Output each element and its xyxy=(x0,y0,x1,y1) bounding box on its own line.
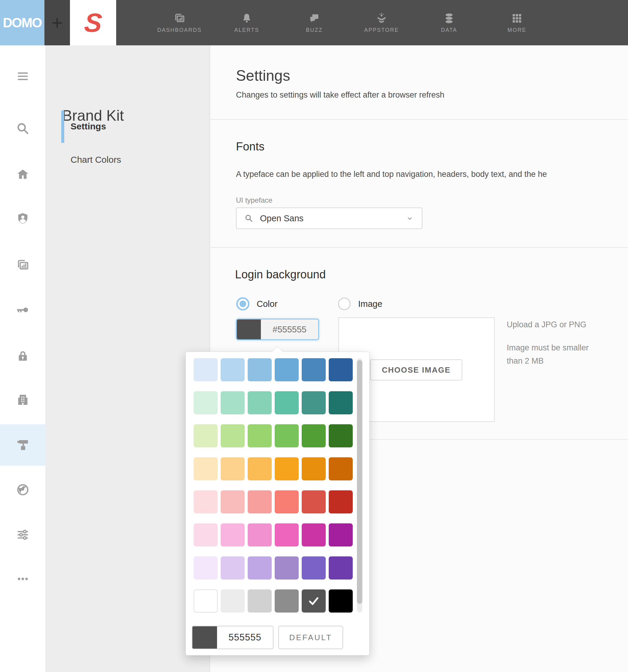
color-swatch[interactable] xyxy=(194,457,218,480)
color-swatch[interactable] xyxy=(221,457,245,480)
hex-color-preview xyxy=(192,626,217,649)
page-subtitle: Changes to settings will take effect aft… xyxy=(236,90,444,100)
nav-label: BUZZ xyxy=(306,27,323,33)
nav-dashboards[interactable]: DASHBOARDS xyxy=(146,0,213,45)
hex-input-field[interactable]: 555555 xyxy=(192,626,273,649)
sidebar-access-key[interactable] xyxy=(0,292,45,328)
color-swatch[interactable] xyxy=(275,391,299,414)
color-swatch[interactable] xyxy=(302,590,326,613)
sidebar-brand-kit[interactable] xyxy=(0,424,45,466)
color-swatch[interactable] xyxy=(329,391,353,414)
image-radio-label[interactable]: Image xyxy=(358,299,382,309)
new-tab-button[interactable]: + xyxy=(44,0,70,45)
color-swatch[interactable] xyxy=(329,523,353,547)
color-swatch[interactable] xyxy=(329,424,353,448)
nav-appstore[interactable]: APPSTORE xyxy=(348,0,415,45)
color-swatch[interactable] xyxy=(194,490,218,513)
appstore-icon xyxy=(376,12,388,24)
left-sidebar xyxy=(0,45,45,672)
color-swatch[interactable] xyxy=(221,556,245,579)
color-swatch[interactable] xyxy=(221,391,245,414)
top-nav-bar: DOMO + S DASHBOARDS ALERTS BUZZ xyxy=(0,0,628,45)
fonts-section-title: Fonts xyxy=(236,140,264,153)
color-swatch[interactable] xyxy=(302,457,326,480)
color-swatch[interactable] xyxy=(275,358,299,381)
nav-label: DASHBOARDS xyxy=(157,27,202,33)
hex-input-value: 555555 xyxy=(217,626,273,649)
brandkit-nav-settings[interactable]: Settings xyxy=(71,121,106,131)
color-chip-value: #555555 xyxy=(261,319,318,339)
nav-more[interactable]: MORE xyxy=(484,0,550,45)
color-swatch[interactable] xyxy=(275,556,299,579)
brandkit-nav-chart-colors[interactable]: Chart Colors xyxy=(71,154,121,165)
picker-scrollbar-thumb[interactable] xyxy=(357,360,362,604)
active-item-indicator xyxy=(61,111,64,143)
sidebar-search[interactable] xyxy=(0,111,45,146)
color-swatch[interactable] xyxy=(221,424,245,448)
domo-logo[interactable]: DOMO xyxy=(0,0,44,45)
picker-scrollbar-track[interactable] xyxy=(357,358,362,613)
sidebar-pages[interactable] xyxy=(0,247,45,283)
ui-typeface-label: UI typeface xyxy=(236,196,272,205)
sidebar-admin[interactable] xyxy=(0,200,45,237)
color-swatch[interactable] xyxy=(194,391,218,414)
paint-roller-icon xyxy=(16,438,30,452)
color-swatch[interactable] xyxy=(248,590,272,613)
color-swatch[interactable] xyxy=(302,556,326,579)
color-swatch[interactable] xyxy=(248,391,272,414)
background-color-chip[interactable]: #555555 xyxy=(236,318,319,340)
color-swatch[interactable] xyxy=(302,358,326,381)
sidebar-company[interactable] xyxy=(0,382,45,418)
color-swatch[interactable] xyxy=(275,523,299,547)
dashboards-icon xyxy=(173,12,186,24)
image-radio[interactable] xyxy=(338,297,351,310)
sidebar-menu[interactable] xyxy=(0,58,45,94)
color-swatch[interactable] xyxy=(275,490,299,513)
color-swatch[interactable] xyxy=(194,556,218,579)
color-swatch[interactable] xyxy=(248,523,272,547)
size-hint-line1: Image must be smaller xyxy=(507,341,589,354)
color-swatch[interactable] xyxy=(275,457,299,480)
sidebar-security[interactable] xyxy=(0,338,45,374)
sidebar-settings[interactable] xyxy=(0,517,45,553)
color-swatch[interactable] xyxy=(329,358,353,381)
color-swatch[interactable] xyxy=(248,556,272,579)
color-swatch[interactable] xyxy=(221,590,245,613)
color-swatch[interactable] xyxy=(194,358,218,381)
color-swatch[interactable] xyxy=(302,391,326,414)
color-swatch[interactable] xyxy=(221,523,245,547)
color-swatch[interactable] xyxy=(275,590,299,613)
app-logo-tile[interactable]: S xyxy=(70,0,116,45)
color-swatch[interactable] xyxy=(302,424,326,448)
nav-buzz[interactable]: BUZZ xyxy=(281,0,347,45)
sidebar-publications[interactable] xyxy=(0,472,45,508)
sidebar-more[interactable] xyxy=(0,561,45,597)
color-swatch[interactable] xyxy=(329,556,353,579)
color-swatch[interactable] xyxy=(302,523,326,547)
color-swatch[interactable] xyxy=(302,490,326,513)
color-swatch[interactable] xyxy=(221,358,245,381)
sidebar-home[interactable] xyxy=(0,157,45,192)
color-picker-popup: 555555 DEFAULT xyxy=(186,352,369,655)
typeface-dropdown[interactable]: Open Sans xyxy=(236,208,422,229)
color-swatch[interactable] xyxy=(248,490,272,513)
globe-icon xyxy=(16,483,30,497)
color-radio[interactable] xyxy=(236,297,249,310)
choose-image-button[interactable]: CHOOSE IMAGE xyxy=(370,359,462,380)
color-swatch[interactable] xyxy=(194,523,218,547)
color-swatch[interactable] xyxy=(194,424,218,448)
color-swatch[interactable] xyxy=(221,490,245,513)
color-swatch[interactable] xyxy=(248,424,272,448)
default-button[interactable]: DEFAULT xyxy=(278,626,343,649)
color-swatch[interactable] xyxy=(275,424,299,448)
color-swatch[interactable] xyxy=(329,457,353,480)
color-swatch[interactable] xyxy=(248,358,272,381)
color-swatch[interactable] xyxy=(329,590,353,613)
key-icon xyxy=(16,303,30,317)
color-swatch[interactable] xyxy=(194,590,218,613)
nav-data[interactable]: DATA xyxy=(416,0,482,45)
color-swatch[interactable] xyxy=(248,457,272,480)
color-swatch[interactable] xyxy=(329,490,353,513)
color-radio-label[interactable]: Color xyxy=(257,299,277,309)
nav-alerts[interactable]: ALERTS xyxy=(214,0,280,45)
